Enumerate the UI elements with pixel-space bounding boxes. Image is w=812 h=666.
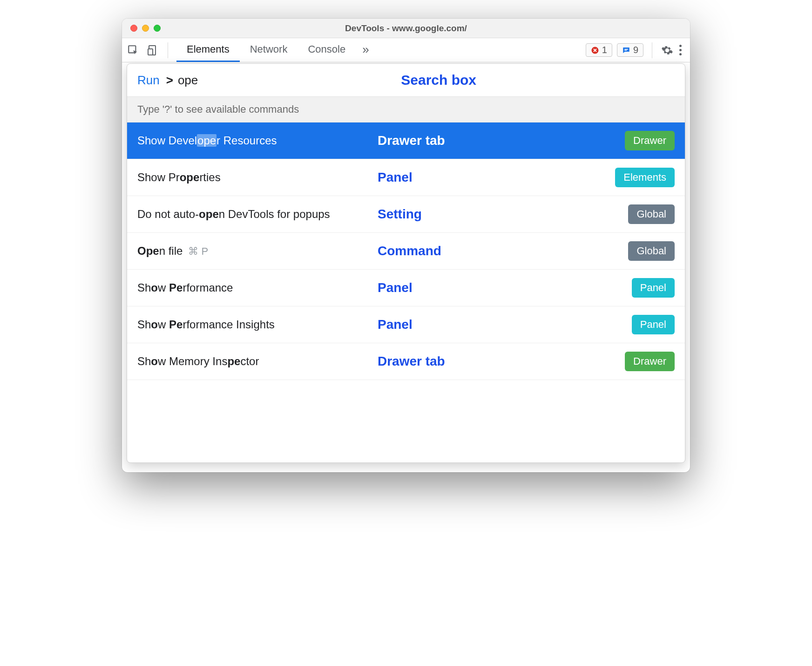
message-icon [622, 46, 630, 54]
tab-console[interactable]: Console [298, 38, 356, 62]
svg-rect-2 [148, 49, 153, 55]
command-row-title: Do not auto-open DevTools for popups [137, 208, 370, 221]
devtools-window: DevTools - www.google.com/ Elements Netw… [122, 19, 690, 472]
command-row-pill: Drawer [625, 352, 675, 371]
errors-count: 1 [602, 45, 607, 55]
command-row-title: Show Performance [137, 281, 370, 294]
command-row-title: Show Performance Insights [137, 318, 370, 331]
command-row-pill: Elements [615, 168, 675, 187]
command-row-annotation: Setting [378, 207, 422, 222]
separator [168, 42, 168, 58]
command-row-annotation: Panel [378, 280, 413, 295]
panel-tabs: Elements Network Console » [176, 38, 376, 62]
command-row-pill: Global [628, 241, 675, 261]
command-search-row[interactable]: Run >ope Search box [127, 64, 685, 97]
search-annotation: Search box [203, 72, 675, 88]
messages-badge[interactable]: 9 [617, 43, 643, 57]
command-row[interactable]: Show Developer ResourcesDrawer tabDrawer [127, 122, 685, 159]
command-menu: Run >ope Search box Type '?' to see avai… [127, 63, 685, 463]
command-row-pill: Drawer [625, 131, 675, 150]
devtools-toolbar: Elements Network Console » 1 9 [122, 38, 690, 62]
errors-badge[interactable]: 1 [586, 43, 612, 57]
more-menu-button[interactable] [676, 41, 685, 59]
error-icon [591, 46, 599, 54]
command-row[interactable]: Show PerformancePanelPanel [127, 270, 685, 306]
command-row-pill: Panel [632, 315, 675, 334]
titlebar: DevTools - www.google.com/ [122, 19, 690, 38]
inspect-element-icon[interactable] [127, 44, 140, 57]
command-row-annotation: Drawer tab [378, 354, 445, 369]
command-row-annotation: Panel [378, 317, 413, 332]
command-row-pill: Panel [632, 278, 675, 298]
chevron-double-right-icon: » [362, 42, 369, 57]
query-prefix: > [166, 73, 173, 88]
tab-network[interactable]: Network [240, 38, 298, 62]
command-hint: Type '?' to see available commands [127, 97, 685, 122]
settings-button[interactable] [661, 44, 674, 57]
run-label: Run [137, 73, 160, 88]
command-row-annotation: Command [378, 244, 441, 258]
command-row-title: Open file⌘ P [137, 245, 370, 258]
command-input[interactable]: ope [178, 73, 198, 88]
device-toggle-icon[interactable] [146, 44, 159, 57]
command-row-annotation: Drawer tab [378, 133, 445, 148]
command-row[interactable]: Show PropertiesPanelElements [127, 159, 685, 196]
command-row-pill: Global [628, 204, 675, 224]
command-row-title: Show Properties [137, 171, 370, 184]
command-row-annotation: Panel [378, 170, 413, 185]
window-title: DevTools - www.google.com/ [122, 23, 690, 34]
messages-count: 9 [633, 45, 638, 55]
command-row-title: Show Developer Resources [137, 134, 370, 147]
command-row[interactable]: Do not auto-open DevTools for popupsSett… [127, 196, 685, 233]
command-row-title: Show Memory Inspector [137, 355, 370, 368]
tab-elements[interactable]: Elements [176, 38, 240, 62]
gear-icon [661, 44, 673, 56]
command-row[interactable]: Show Performance InsightsPanelPanel [127, 306, 685, 343]
command-row[interactable]: Open file⌘ PCommandGlobal [127, 233, 685, 270]
tabs-overflow[interactable]: » [356, 38, 375, 62]
command-row[interactable]: Show Memory InspectorDrawer tabDrawer [127, 343, 685, 380]
separator [652, 42, 652, 58]
command-list: Show Developer ResourcesDrawer tabDrawer… [127, 122, 685, 462]
